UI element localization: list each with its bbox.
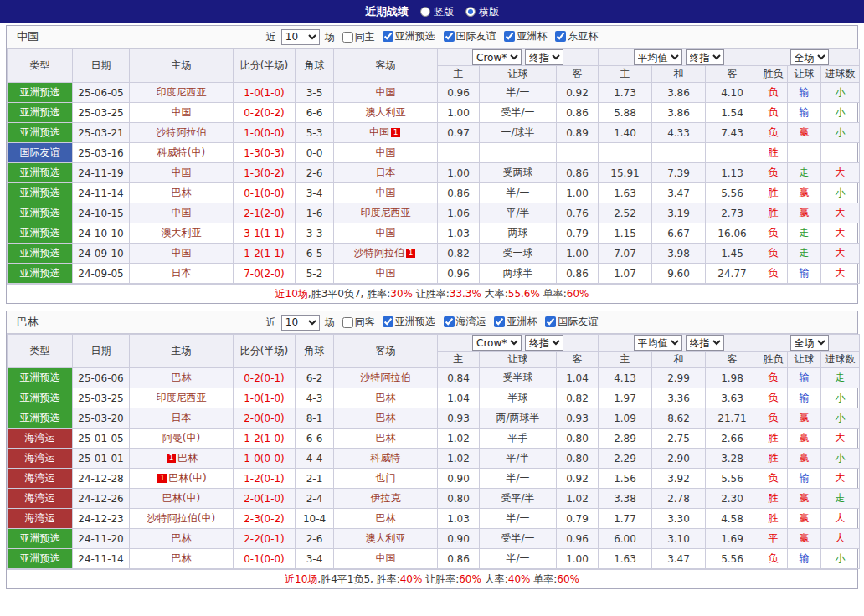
away-team-link[interactable]: 中国	[376, 86, 396, 98]
competition-filter[interactable]: 亚洲预选	[383, 315, 435, 329]
away-team-link[interactable]: 印度尼西亚	[361, 207, 411, 218]
home-team-link[interactable]: 巴林(中)	[168, 472, 206, 484]
competition-checkbox[interactable]	[494, 316, 505, 327]
competition-checkbox[interactable]	[545, 316, 556, 327]
match-count-select[interactable]: 10	[281, 29, 320, 45]
competition-filter[interactable]: 亚洲预选	[383, 29, 435, 44]
away-team-link[interactable]: 巴林	[376, 412, 396, 424]
away-team-link[interactable]: 中国	[376, 187, 396, 198]
away-team-link[interactable]: 中国	[376, 227, 396, 239]
away-team-link[interactable]: 巴林	[376, 432, 396, 444]
competition-checkbox[interactable]	[444, 316, 455, 327]
filter-bar: 近 10 场 同主 亚洲预选 国际友谊 亚洲杯 东亚杯	[266, 29, 598, 45]
away-team-link[interactable]: 中国	[376, 552, 396, 564]
period-select[interactable]: 全场	[790, 49, 829, 65]
radio-icon	[420, 7, 430, 17]
home-team-link[interactable]: 沙特阿拉伯	[157, 126, 207, 138]
away-team-link[interactable]: 沙特阿拉伯	[361, 372, 411, 383]
asia-odds-time-select[interactable]: 终指	[525, 49, 563, 65]
asia-away-odds: 0.86	[557, 103, 599, 123]
away-team-link[interactable]: 也门	[376, 472, 396, 484]
home-team-link[interactable]: 巴林	[177, 452, 198, 464]
competition-filter[interactable]: 东亚杯	[555, 29, 598, 44]
col-header-away: 客场	[334, 335, 438, 368]
home-team-link[interactable]: 沙特阿拉伯(中)	[147, 512, 215, 524]
home-team-link[interactable]: 巴林	[172, 372, 192, 383]
competition-label: 亚洲杯	[507, 315, 537, 329]
match-date: 25-03-16	[73, 143, 130, 163]
competition-checkbox[interactable]	[383, 31, 393, 42]
radio-label: 横版	[479, 5, 499, 19]
euro-away-odds: 24.77	[706, 264, 759, 284]
home-team-cell: 中国	[130, 103, 234, 123]
home-team-link[interactable]: 日本	[172, 412, 192, 424]
euro-odds-time-select[interactable]: 终指	[686, 49, 724, 65]
home-team-link[interactable]: 澳大利亚	[162, 227, 202, 239]
competition-checkbox[interactable]	[504, 31, 515, 42]
home-team-link[interactable]: 巴林	[172, 532, 192, 544]
home-team-link[interactable]: 阿曼(中)	[162, 432, 200, 444]
home-team-link[interactable]: 印度尼西亚	[157, 392, 207, 403]
home-team-link[interactable]: 中国	[172, 247, 192, 259]
bookmaker-select[interactable]: Crow*	[472, 49, 522, 65]
same-venue-filter[interactable]: 同客	[342, 316, 375, 330]
away-team-link[interactable]: 巴林	[376, 512, 396, 524]
away-team-link[interactable]: 澳大利亚	[366, 532, 406, 544]
asia-away-odds: 1.04	[557, 368, 599, 388]
away-team-link[interactable]: 日本	[376, 167, 396, 178]
home-team-cell: 1巴林	[130, 449, 234, 469]
away-team-link[interactable]: 伊拉克	[371, 492, 401, 504]
competition-filter[interactable]: 亚洲杯	[504, 29, 547, 44]
home-team-link[interactable]: 巴林	[172, 187, 192, 198]
away-team-link[interactable]: 科威特	[371, 452, 401, 464]
same-venue-checkbox[interactable]	[342, 317, 353, 328]
match-type-badge: 亚洲预选	[8, 408, 73, 429]
corner-cell: 2-6	[296, 163, 334, 183]
competition-checkbox[interactable]	[383, 316, 393, 327]
euro-odds-type-select[interactable]: 平均值	[634, 49, 682, 65]
asia-away-odds: 0.96	[557, 529, 599, 549]
euro-away-odds: 4.58	[706, 509, 759, 529]
home-team-link[interactable]: 印度尼西亚	[157, 86, 207, 98]
away-team-link[interactable]: 沙特阿拉伯	[354, 247, 404, 259]
away-team-link[interactable]: 澳大利亚	[366, 106, 406, 118]
euro-odds-type-select[interactable]: 平均值	[634, 335, 682, 351]
competition-filter[interactable]: 国际友谊	[545, 315, 598, 329]
away-team-link[interactable]: 中国	[376, 267, 396, 279]
away-team-cell: 沙特阿拉伯	[334, 368, 438, 388]
home-team-cell: 中国	[130, 203, 234, 223]
home-team-link[interactable]: 科威特(中)	[157, 146, 205, 158]
competition-filter[interactable]: 海湾运	[444, 315, 486, 329]
asia-odds-time-select[interactable]: 终指	[525, 335, 563, 351]
competition-filter[interactable]: 国际友谊	[444, 29, 496, 44]
bookmaker-select[interactable]: Crow*	[472, 335, 522, 351]
home-team-link[interactable]: 巴林	[172, 552, 192, 564]
asia-away-odds: 1.00	[557, 549, 599, 569]
away-team-link[interactable]: 巴林	[376, 392, 396, 403]
euro-home-odds: 1.15	[599, 223, 652, 244]
competition-checkbox[interactable]	[555, 31, 566, 42]
corner-cell: 6-6	[296, 429, 334, 449]
handicap-result-cell: 输	[788, 549, 821, 569]
away-team-link[interactable]: 中国	[369, 126, 389, 138]
euro-odds-time-select[interactable]: 终指	[686, 335, 724, 351]
period-select[interactable]: 全场	[790, 335, 829, 351]
home-team-link[interactable]: 巴林(中)	[162, 492, 200, 504]
layout-radio-vertical[interactable]: 竖版	[420, 5, 454, 19]
competition-checkbox[interactable]	[444, 31, 455, 42]
competition-filter[interactable]: 亚洲杯	[494, 315, 537, 329]
home-team-link[interactable]: 中国	[172, 106, 192, 118]
competition-label: 亚洲预选	[395, 29, 435, 44]
home-team-link[interactable]: 中国	[172, 167, 192, 178]
home-team-cell: 沙特阿拉伯	[130, 123, 234, 143]
home-team-link[interactable]: 日本	[172, 267, 192, 279]
home-team-link[interactable]: 中国	[172, 207, 192, 218]
match-row: 海湾运 24-12-28 1巴林(中) 1-2(0-1) 2-1 也门 0.90…	[8, 469, 860, 489]
result-cell: 负	[759, 388, 788, 408]
away-team-link[interactable]: 中国	[376, 146, 396, 158]
layout-radio-horizontal[interactable]: 横版	[465, 5, 499, 19]
same-venue-checkbox[interactable]	[342, 32, 353, 43]
away-team-cell: 中国	[334, 143, 438, 163]
match-count-select[interactable]: 10	[281, 315, 320, 331]
same-venue-filter[interactable]: 同主	[342, 30, 375, 44]
